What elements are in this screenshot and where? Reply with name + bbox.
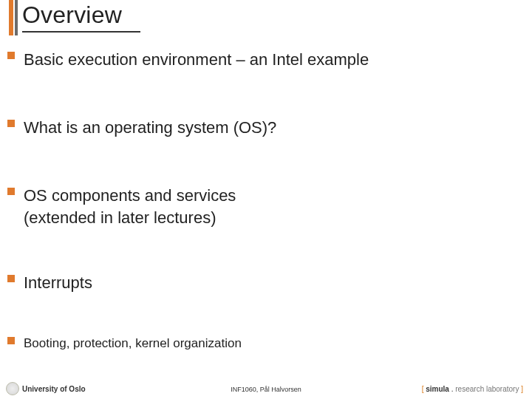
title-underline xyxy=(22,31,140,33)
footer-tail: research laboratory xyxy=(455,385,519,393)
bullet-text: Interrupts xyxy=(24,272,525,294)
list-item: Basic execution environment – an Intel e… xyxy=(7,49,525,71)
slide-title: Overview xyxy=(22,1,122,29)
bullet-text: Booting, protection, kernel organization xyxy=(24,335,525,352)
list-item: OS components and services (extended in … xyxy=(7,185,525,229)
bullet-icon xyxy=(7,52,15,59)
bullet-text: Basic execution environment – an Intel e… xyxy=(24,49,525,71)
title-accent-gray xyxy=(15,0,18,35)
bullet-icon xyxy=(7,188,15,195)
bullet-icon xyxy=(7,275,15,282)
list-item: Interrupts xyxy=(7,272,525,294)
title-accent-orange xyxy=(9,0,13,35)
footer-brand: simula xyxy=(426,385,449,393)
title-area: Overview xyxy=(0,0,532,35)
bullet-text-line2: (extended in later lectures) xyxy=(24,207,525,229)
slide: Overview Basic execution environment – a… xyxy=(0,0,532,399)
bullet-text: What is an operating system (OS)? xyxy=(24,117,525,139)
list-item: Booting, protection, kernel organization xyxy=(7,335,525,352)
bullet-icon xyxy=(7,120,15,127)
bullet-text: OS components and services xyxy=(24,185,525,207)
slide-body: Basic execution environment – an Intel e… xyxy=(7,44,525,352)
list-item: What is an operating system (OS)? xyxy=(7,117,525,139)
bracket-close: ] xyxy=(519,385,523,393)
footer-right: [ simula . research laboratory ] xyxy=(422,385,523,393)
footer: University of Oslo INF1060, Pål Halvorse… xyxy=(0,377,532,399)
bullet-icon xyxy=(7,337,15,344)
